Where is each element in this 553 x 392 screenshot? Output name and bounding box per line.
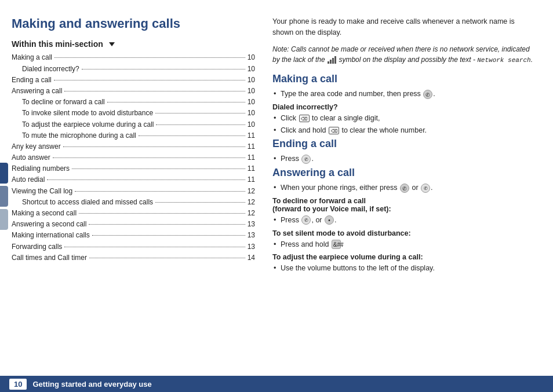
toc-item-text: Making a second call: [12, 208, 77, 219]
toc-page: 11: [248, 163, 255, 174]
toc-dots: [82, 69, 245, 69]
toc-dots: [139, 135, 245, 136]
toc-item: Shortcut to access dialed and missed cal…: [12, 197, 255, 208]
toc-page: 10: [248, 86, 255, 97]
toc-dots: [54, 80, 245, 80]
toc-item-text: Redialing numbers: [12, 163, 70, 174]
toc-item: Redialing numbers11: [12, 163, 255, 174]
toc-dots: [64, 91, 245, 91]
toc-item-text: Auto redial: [12, 174, 45, 185]
sub-heading-volume: To adjust the earpiece volume during a c…: [272, 253, 536, 261]
page-number: 10: [9, 379, 27, 390]
sub-heading-dialed-incorrectly: Dialed incorrectly?: [272, 103, 536, 111]
arrow-down-icon: [109, 42, 115, 46]
toc-page: 10: [248, 64, 255, 75]
sub-heading-decline: To decline or forward a call(forward to …: [272, 197, 536, 213]
backspace-icon-2: ⌫: [329, 127, 339, 134]
toc-item: To mute the microphone during a call11: [12, 130, 255, 141]
toc-page: 10: [248, 119, 255, 130]
toc-item-text: Making international calls: [12, 230, 90, 241]
section-heading-answering-a-call: Answering a call: [272, 167, 536, 179]
bullet-making-a-call-1: Type the area code and number, then pres…: [272, 89, 536, 100]
toc-page: 13: [248, 241, 255, 252]
toc-item: To invoke silent mode to avoid disturban…: [12, 108, 255, 119]
content-wrapper: Making and answering calls Within this m…: [0, 0, 553, 392]
toc-page: 11: [248, 174, 255, 185]
toc-dots: [79, 213, 245, 214]
bullet-ending-1: Press ✆.: [272, 153, 536, 164]
bullet-volume-1: Use the volume buttons to the left of th…: [272, 263, 536, 274]
toc-dots: [92, 235, 245, 236]
toc-item: Auto redial11: [12, 174, 255, 185]
toc-dots: [89, 224, 245, 225]
note-text: Note: Calls cannot be made or received w…: [272, 44, 536, 65]
toc-item: Any key answer11: [12, 141, 255, 152]
toc-item-text: To adjust the earpiece volume during a c…: [12, 119, 154, 130]
toc-item-text: To decline or forward a call: [12, 97, 105, 108]
toc-page: 10: [248, 108, 255, 119]
toc-item-text: Dialed incorrectly?: [12, 64, 79, 75]
toc-page: 13: [248, 230, 255, 241]
right-column: Your phone is ready to make and receive …: [272, 16, 536, 380]
toc-page: 10: [248, 75, 255, 86]
toc-item: To decline or forward a call10: [12, 97, 255, 108]
network-search-code: Network search: [477, 57, 530, 64]
toc-item-text: Answering a call: [12, 86, 62, 97]
section-heading-making-a-call: Making a call: [272, 73, 536, 85]
sub-heading-silent: To set silent mode to avoid disturbance:: [272, 229, 536, 237]
toc-item: Ending a call10: [12, 75, 255, 86]
bottom-label: Getting started and everyday use: [32, 380, 151, 389]
toc-dots: [64, 247, 245, 247]
toc-dots: [53, 157, 245, 158]
note-text-part2: symbol on the display and possibly the t…: [339, 56, 475, 64]
toc-dots: [75, 191, 245, 192]
toc-page: 10: [248, 97, 255, 108]
toc-item: Making a call10: [12, 52, 255, 63]
mini-section-label: Within this mini-section: [12, 39, 103, 49]
toc-item: Viewing the Call log12: [12, 186, 255, 197]
toc-dots: [63, 146, 245, 147]
toc-dots: [54, 57, 245, 58]
end-call-icon-2: ✆: [301, 215, 311, 225]
toc-page: 12: [248, 197, 255, 208]
toc-page: 11: [248, 130, 255, 141]
toc-dots: [155, 202, 245, 203]
toc-page: 13: [248, 219, 255, 230]
call-icon-2: ✆: [400, 184, 409, 193]
toc-item: Making international calls13: [12, 230, 255, 241]
toc-item-text: Any key answer: [12, 141, 61, 152]
toc-page: 10: [248, 52, 255, 63]
page-container: Making and answering calls Within this m…: [0, 0, 553, 392]
hash-icon-1: •: [325, 215, 334, 225]
toc-item-text: Answering a second call: [12, 219, 86, 230]
toc-item-text: To invoke silent mode to avoid disturban…: [12, 108, 153, 119]
network-signal-icon: [327, 56, 339, 64]
toc-page: 11: [248, 152, 255, 163]
bullet-dialed-1: Click ⌫ to clear a single digit,: [272, 113, 536, 124]
toc-item: Answering a second call13: [12, 219, 255, 230]
bottom-bar: 10 Getting started and everyday use: [0, 376, 553, 392]
toc-dots: [107, 102, 245, 102]
toc-item: Forwarding calls13: [12, 241, 255, 252]
bullet-answering-1: When your phone rings, either press ✆ or…: [272, 182, 536, 193]
end-call-icon-1: ✆: [301, 155, 311, 164]
toc-item-text: Ending a call: [12, 75, 52, 86]
toc-dots: [156, 124, 245, 125]
toc-dots: [72, 168, 245, 169]
toc-page: 11: [248, 141, 255, 152]
toc-item-text: Forwarding calls: [12, 241, 62, 252]
toc-item: Auto answer11: [12, 152, 255, 163]
left-column: Making and answering calls Within this m…: [12, 16, 255, 380]
toc-item: Answering a call10: [12, 86, 255, 97]
call-icon: ✆: [423, 90, 432, 99]
toc-list: Making a call10Dialed incorrectly?10Endi…: [12, 52, 255, 263]
toc-item: Dialed incorrectly?10: [12, 64, 255, 75]
hash-icon-2: &##: [332, 240, 341, 249]
toc-item: Call times and Call timer14: [12, 252, 255, 263]
toc-page: 12: [248, 186, 255, 197]
toc-item-text: Call times and Call timer: [12, 252, 87, 263]
page-title: Making and answering calls: [12, 16, 255, 31]
toc-dots: [47, 179, 245, 180]
toc-page: 12: [248, 208, 255, 219]
answer-end-icon: ✆: [421, 184, 430, 193]
